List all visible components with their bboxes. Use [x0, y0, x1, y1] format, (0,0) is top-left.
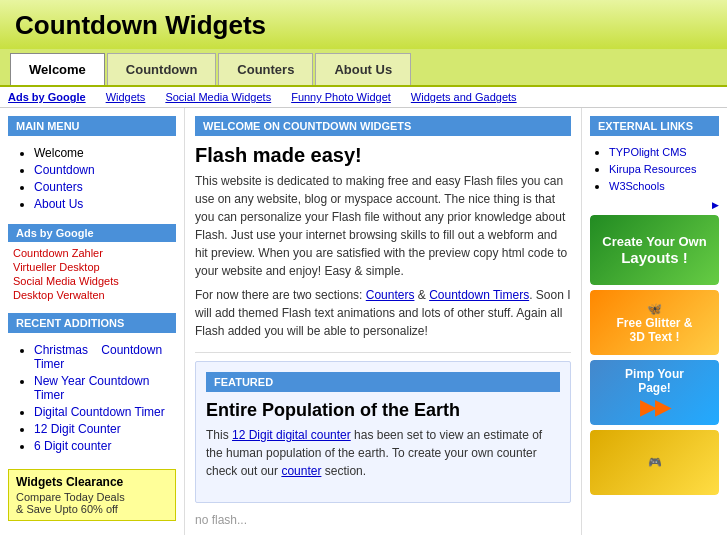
ext-kirupa[interactable]: Kirupa Resources — [609, 163, 696, 175]
main-menu-header: MAIN MENU — [8, 116, 176, 136]
counters-link[interactable]: Counters — [366, 288, 415, 302]
main-layout: MAIN MENU Welcome Countdown Counters Abo… — [0, 108, 727, 535]
nav-tabs: Welcome Countdown Counters About Us — [0, 49, 727, 87]
featured-heading: Entire Population of the Earth — [206, 400, 560, 421]
ads-by-google-label[interactable]: Ads by Google — [8, 91, 86, 103]
tab-about-us[interactable]: About Us — [315, 53, 411, 85]
recent-6digit[interactable]: 6 Digit counter — [34, 439, 111, 453]
ad-widget-glitter[interactable]: 🦋 Free Glitter & 3D Text ! — [590, 290, 719, 355]
ad-orange-content: 🦋 Free Glitter & 3D Text ! — [590, 290, 719, 355]
center-content: WELCOME ON COUNTDOWN WIDGETS Flash made … — [185, 108, 582, 535]
ad-link-widgets[interactable]: Widgets — [106, 91, 146, 103]
menu-link-about[interactable]: About Us — [34, 197, 83, 211]
ad-widget-pimp[interactable]: Pimp Your Page! ▶▶ — [590, 360, 719, 425]
recent-header: RECENT ADDITIONS — [8, 313, 176, 333]
recent-newyear[interactable]: New Year Countdown Timer — [34, 374, 149, 402]
ad-widget-bottom[interactable]: 🎮 — [590, 430, 719, 495]
ext-typolight[interactable]: TYPOlight CMS — [609, 146, 687, 158]
recent-digital[interactable]: Digital Countdown Timer — [34, 405, 165, 419]
intro-block: Flash made easy! This website is dedicat… — [195, 144, 571, 340]
countdown-timers-link[interactable]: Countdown Timers — [429, 288, 529, 302]
featured-header: FEATURED — [206, 372, 560, 392]
clearance-line2: & Save Upto 60% off — [16, 503, 168, 515]
tab-welcome[interactable]: Welcome — [10, 53, 105, 85]
main-menu: Welcome Countdown Counters About Us — [8, 141, 176, 219]
clearance-title: Widgets Clearance — [16, 475, 168, 489]
ad-link-virtueller[interactable]: Virtueller Desktop — [13, 261, 171, 273]
ad-link-social-media[interactable]: Social Media Widgets — [13, 275, 171, 287]
tab-counters[interactable]: Counters — [218, 53, 313, 85]
ad-link-desktop[interactable]: Desktop Verwalten — [13, 289, 171, 301]
ad-link-photo[interactable]: Funny Photo Widget — [291, 91, 391, 103]
intro-paragraph-1: This website is dedicated to making free… — [195, 172, 571, 280]
ad-blue-content: Pimp Your Page! ▶▶ — [590, 360, 719, 425]
widgets-clearance: Widgets Clearance Compare Today Deals & … — [8, 469, 176, 521]
tab-countdown[interactable]: Countdown — [107, 53, 216, 85]
ext-w3schools[interactable]: W3Schools — [609, 180, 665, 192]
clearance-line1: Compare Today Deals — [16, 491, 168, 503]
ad-link-countdown-zahler[interactable]: Countdown Zahler — [13, 247, 171, 259]
ad-bar: Ads by Google Widgets Social Media Widge… — [0, 87, 727, 108]
page-title: Countdown Widgets — [15, 10, 712, 41]
ad-link-gadgets[interactable]: Widgets and Gadgets — [411, 91, 517, 103]
ad-green-content: Create Your Own Layouts ! — [590, 215, 719, 285]
counter-section-link[interactable]: counter — [281, 464, 321, 478]
featured-content: Entire Population of the Earth This 12 D… — [206, 400, 560, 480]
featured-text: This 12 Digit digital counter has been s… — [206, 426, 560, 480]
welcome-header: WELCOME ON COUNTDOWN WIDGETS — [195, 116, 571, 136]
menu-link-counters[interactable]: Counters — [34, 180, 83, 194]
ext-links-list: TYPOlight CMS Kirupa Resources W3Schools — [590, 141, 719, 200]
ad-link-social[interactable]: Social Media Widgets — [165, 91, 271, 103]
recent-christmas[interactable]: Christmas Countdown Timer — [34, 343, 162, 371]
sidebar-ads-title: Ads by Google — [8, 224, 176, 242]
left-sidebar: MAIN MENU Welcome Countdown Counters Abo… — [0, 108, 185, 535]
intro-paragraph-2: For now there are two sections: Counters… — [195, 286, 571, 340]
ext-links-header: EXTERNAL LINKS — [590, 116, 719, 136]
sidebar-ad-links: Countdown Zahler Virtueller Desktop Soci… — [8, 245, 176, 305]
section-divider — [195, 352, 571, 353]
right-sidebar: EXTERNAL LINKS TYPOlight CMS Kirupa Reso… — [582, 108, 727, 535]
ad-triangle-icon: ▶ — [590, 200, 719, 210]
menu-item-welcome: Welcome — [34, 146, 84, 160]
page-header: Countdown Widgets — [0, 0, 727, 49]
main-heading: Flash made easy! — [195, 144, 571, 167]
menu-link-countdown[interactable]: Countdown — [34, 163, 95, 177]
ad-yellow-content: 🎮 — [590, 430, 719, 495]
recent-12digit[interactable]: 12 Digit Counter — [34, 422, 121, 436]
recent-menu: Christmas Countdown Timer New Year Count… — [8, 338, 176, 461]
no-flash-text: no flash... — [195, 513, 571, 527]
ad-widget-layouts[interactable]: Create Your Own Layouts ! — [590, 215, 719, 285]
featured-block: FEATURED Entire Population of the Earth … — [195, 361, 571, 503]
12-digit-link[interactable]: 12 Digit digital counter — [232, 428, 351, 442]
